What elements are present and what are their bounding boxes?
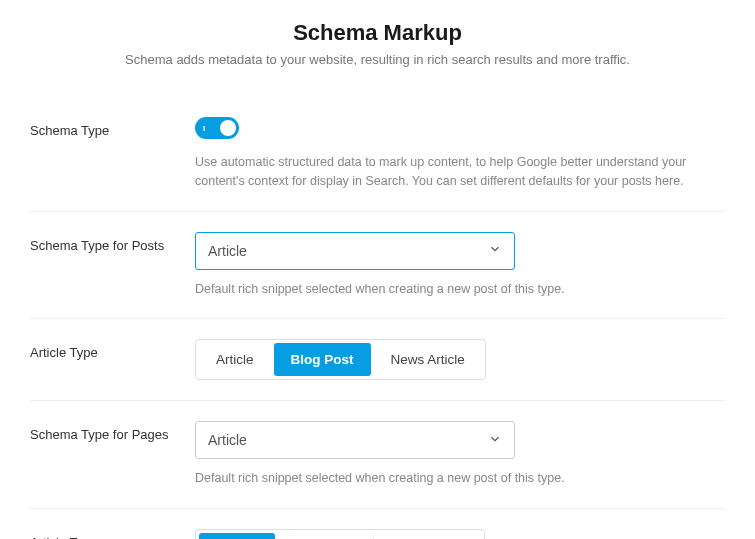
page-title: Schema Markup: [30, 20, 725, 46]
article-type-pages-news-article[interactable]: News Article: [373, 533, 481, 539]
article-type-posts-blog-post[interactable]: Blog Post: [274, 343, 371, 376]
toggle-on-indicator: I: [203, 124, 205, 133]
schema-type-desc: Use automatic structured data to mark up…: [195, 153, 725, 191]
schema-posts-select[interactable]: Article: [195, 232, 515, 270]
schema-pages-select[interactable]: Article: [195, 421, 515, 459]
chevron-down-icon: [488, 432, 502, 449]
schema-pages-desc: Default rich snippet selected when creat…: [195, 469, 725, 488]
page-subtitle: Schema adds metadata to your website, re…: [30, 52, 725, 67]
chevron-down-icon: [488, 242, 502, 259]
label-schema-posts: Schema Type for Posts: [30, 232, 195, 253]
schema-posts-value: Article: [208, 243, 247, 259]
row-article-type-pages: Article Type Article Blog Post News Arti…: [30, 509, 725, 539]
article-type-pages-group: Article Blog Post News Article: [195, 529, 485, 539]
article-type-posts-news-article[interactable]: News Article: [374, 343, 482, 376]
row-schema-type: Schema Type I Use automatic structured d…: [30, 97, 725, 212]
label-schema-pages: Schema Type for Pages: [30, 421, 195, 442]
row-article-type-posts: Article Type Article Blog Post News Arti…: [30, 319, 725, 401]
label-article-type-posts: Article Type: [30, 339, 195, 360]
schema-posts-desc: Default rich snippet selected when creat…: [195, 280, 725, 299]
row-schema-posts: Schema Type for Posts Article Default ri…: [30, 212, 725, 320]
article-type-pages-article[interactable]: Article: [199, 533, 275, 539]
article-type-posts-group: Article Blog Post News Article: [195, 339, 486, 380]
row-schema-pages: Schema Type for Pages Article Default ri…: [30, 401, 725, 509]
article-type-pages-blog-post[interactable]: Blog Post: [278, 533, 370, 539]
page-header: Schema Markup Schema adds metadata to yo…: [30, 20, 725, 67]
label-article-type-pages: Article Type: [30, 529, 195, 539]
schema-pages-value: Article: [208, 432, 247, 448]
schema-type-toggle[interactable]: I: [195, 117, 239, 139]
article-type-posts-article[interactable]: Article: [199, 343, 271, 376]
label-schema-type: Schema Type: [30, 117, 195, 138]
toggle-knob: [220, 120, 236, 136]
